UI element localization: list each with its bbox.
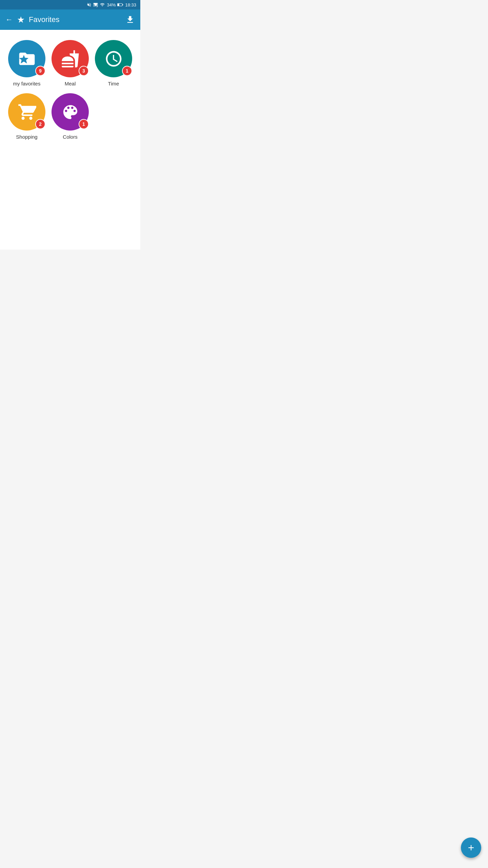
folder-star-icon bbox=[18, 50, 36, 68]
category-grid: 9 my favorites 3 Meal bbox=[7, 40, 134, 140]
svg-rect-2 bbox=[122, 4, 123, 5]
category-item-my-favorites[interactable]: 9 my favorites bbox=[7, 40, 47, 86]
my-favorites-circle-wrapper: 9 bbox=[8, 40, 45, 77]
my-favorites-label: my favorites bbox=[13, 81, 41, 86]
back-button[interactable]: ← bbox=[5, 15, 13, 24]
cutlery-icon bbox=[61, 50, 80, 68]
app-bar: ← ★ Favorites bbox=[0, 9, 140, 30]
meal-circle-wrapper: 3 bbox=[52, 40, 89, 77]
shopping-label: Shopping bbox=[16, 134, 37, 140]
cart-icon bbox=[18, 103, 36, 121]
status-icons: 34% 18:33 bbox=[87, 2, 136, 7]
my-favorites-badge: 9 bbox=[35, 66, 45, 76]
category-item-time[interactable]: 1 Time bbox=[94, 40, 134, 86]
signal-icon bbox=[100, 2, 105, 7]
mute-icon bbox=[87, 2, 92, 7]
time-badge: 1 bbox=[122, 66, 132, 76]
colors-badge: 1 bbox=[79, 119, 89, 129]
battery-icon bbox=[117, 3, 123, 7]
category-item-shopping[interactable]: 2 Shopping bbox=[7, 93, 47, 140]
page-title: Favorites bbox=[29, 15, 121, 24]
star-icon: ★ bbox=[17, 15, 25, 25]
cast-icon bbox=[93, 2, 98, 7]
download-button[interactable] bbox=[125, 15, 135, 24]
colors-circle-wrapper: 1 bbox=[52, 93, 89, 131]
colors-label: Colors bbox=[63, 134, 77, 140]
category-item-meal[interactable]: 3 Meal bbox=[50, 40, 90, 86]
status-bar: 34% 18:33 bbox=[0, 0, 140, 9]
battery-text: 34% bbox=[107, 2, 116, 7]
content-area: 9 my favorites 3 Meal bbox=[0, 30, 140, 250]
meal-badge: 3 bbox=[79, 66, 89, 76]
category-item-colors[interactable]: 1 Colors bbox=[50, 93, 90, 140]
palette-icon bbox=[61, 103, 80, 121]
time-label: Time bbox=[108, 81, 119, 86]
time-text: 18:33 bbox=[125, 2, 136, 7]
time-circle-wrapper: 1 bbox=[95, 40, 132, 77]
shopping-circle-wrapper: 2 bbox=[8, 93, 45, 131]
shopping-badge: 2 bbox=[35, 119, 45, 129]
meal-label: Meal bbox=[65, 81, 76, 86]
clock-icon bbox=[104, 50, 123, 68]
